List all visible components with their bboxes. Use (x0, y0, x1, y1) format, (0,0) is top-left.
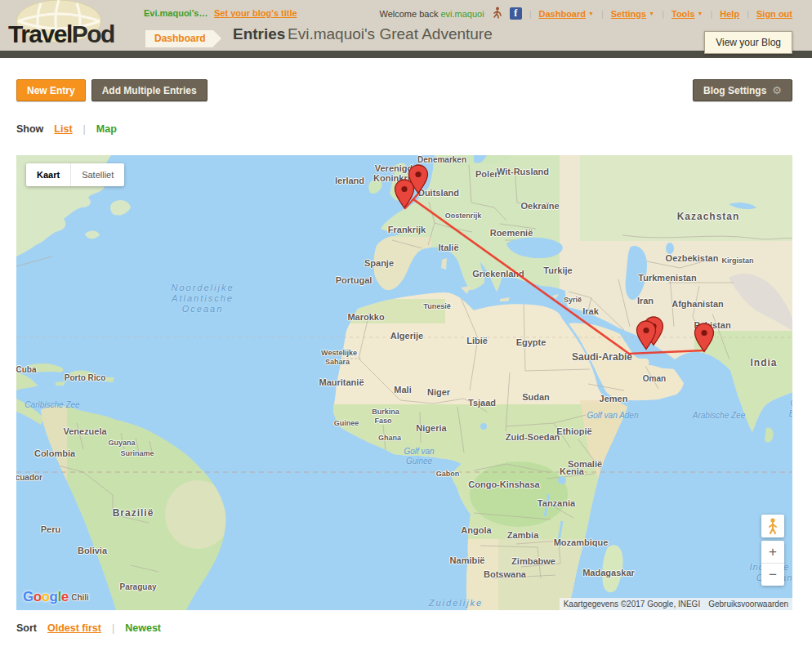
show-row: Show List | Map (16, 123, 117, 135)
google-logo-letter: G (23, 589, 33, 604)
travelpod-logo[interactable]: TravelPod (5, 0, 148, 54)
sort-oldest-link[interactable]: Oldest first (47, 622, 101, 634)
section-title: Entries (233, 25, 285, 43)
sort-separator: | (112, 622, 114, 634)
chevron-down-icon: ▼ (588, 11, 594, 16)
header: TravelPod Evi.maquoi's… Set your blog's … (0, 0, 812, 51)
gear-icon: ⚙ (772, 84, 782, 96)
google-logo-letter: g (50, 589, 58, 604)
page-title: Evi.maquoi's Great Adventure (288, 25, 493, 43)
add-multiple-entries-button[interactable]: Add Multiple Entries (91, 79, 207, 101)
route-overlay (16, 155, 792, 610)
breadcrumb-dashboard[interactable]: Dashboard (145, 30, 213, 47)
show-label: Show (16, 123, 43, 135)
welcome-text: Welcome back evi.maquoi (379, 9, 484, 19)
blog-settings-button[interactable]: Blog Settings⚙ (693, 79, 792, 101)
nav-separator: | (710, 9, 712, 19)
nav-help[interactable]: Help (720, 9, 739, 19)
travelpod-page: TravelPod Evi.maquoi's… Set your blog's … (0, 0, 812, 651)
traveler-icon (492, 7, 502, 20)
google-logo-letter: o (33, 589, 42, 604)
zoom-out-button[interactable]: − (761, 564, 784, 586)
terms-link[interactable]: Gebruiksvoorwaarden (704, 598, 792, 610)
show-separator: | (83, 123, 86, 135)
chevron-down-icon: ▼ (649, 11, 654, 16)
zoom-control: + − (761, 541, 784, 586)
nav-tools[interactable]: Tools▼ (671, 9, 703, 19)
attribution-text: Kaartgegevens ©2017 Google, INEGI (560, 598, 704, 610)
google-logo-letter: o (42, 589, 50, 604)
sort-row: Sort Oldest first | Newest (16, 622, 161, 634)
map-type-kaart-button[interactable]: Kaart (26, 163, 70, 186)
nav-sign-out[interactable]: Sign out (756, 9, 792, 19)
map-type-satelliet-button[interactable]: Satelliet (70, 163, 124, 186)
set-blog-title-link[interactable]: Set your blog's title (214, 8, 297, 18)
username: evi.maquoi (440, 9, 484, 19)
sort-label: Sort (16, 622, 37, 634)
logo-wordmark: TravelPod (8, 20, 114, 48)
map-marker[interactable] (637, 321, 656, 350)
sort-newest-link[interactable]: Newest (125, 622, 161, 634)
pegman-icon (768, 518, 778, 534)
pegman-streetview-button[interactable] (761, 515, 784, 537)
nav-separator: | (747, 9, 749, 19)
nav-separator: | (662, 9, 664, 19)
map-attribution: Kaartgegevens ©2017 Google, INEGI Gebrui… (560, 598, 792, 610)
google-logo[interactable]: Google (23, 589, 69, 605)
new-entry-button[interactable]: New Entry (16, 79, 86, 101)
map-canvas[interactable]: VerenigdKoninkrijkDenemarkenIerlandPolen… (16, 155, 792, 610)
nav-separator: | (529, 9, 532, 19)
map-marker[interactable] (395, 180, 414, 208)
blog-name: Evi.maquoi's… (144, 8, 207, 18)
toolbar: New Entry Add Multiple Entries Blog Sett… (16, 79, 792, 101)
show-list-link[interactable]: List (54, 123, 72, 135)
facebook-icon[interactable]: f (510, 7, 522, 20)
view-your-blog-button[interactable]: View your Blog (704, 31, 792, 54)
map-type-control: Kaart Satelliet (26, 163, 124, 186)
header-nav: Welcome back evi.maquoi f | Dashboard▼|S… (379, 7, 792, 20)
google-logo-letter: e (61, 589, 69, 604)
map-marker[interactable] (695, 323, 714, 352)
nav-settings[interactable]: Settings▼ (611, 9, 654, 19)
chevron-down-icon: ▼ (698, 11, 703, 16)
nav-dashboard[interactable]: Dashboard▼ (539, 9, 594, 19)
zoom-in-button[interactable]: + (761, 541, 784, 564)
nav-separator: | (601, 9, 604, 19)
show-map-link[interactable]: Map (96, 123, 117, 135)
